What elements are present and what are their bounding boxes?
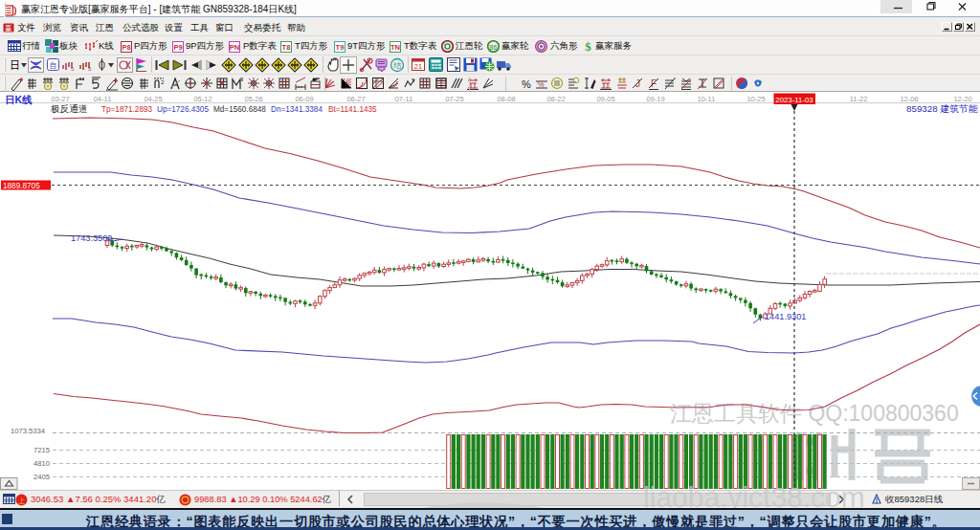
svg-text:09-05: 09-05 <box>596 95 614 103</box>
svg-text:1743.3500: 1743.3500 <box>71 233 112 243</box>
svg-text:10-25: 10-25 <box>746 95 765 103</box>
svg-text:结: 结 <box>393 61 402 70</box>
svg-text:05-26: 05-26 <box>244 95 262 103</box>
svg-text:PN: PN <box>230 43 239 52</box>
svg-text:P9: P9 <box>173 43 182 52</box>
svg-text:2405: 2405 <box>33 473 50 481</box>
svg-text:%: % <box>522 78 531 90</box>
svg-text:上: 上 <box>18 497 25 504</box>
svg-text:04-25: 04-25 <box>144 95 162 103</box>
svg-text:04-11: 04-11 <box>94 95 112 103</box>
svg-text:J: J <box>635 78 640 89</box>
svg-text:05-12: 05-12 <box>193 95 212 103</box>
svg-text:赢: 赢 <box>6 25 12 33</box>
svg-text:自: 自 <box>50 61 57 70</box>
svg-text:1441.9301: 1441.9301 <box>765 312 806 321</box>
svg-text:江恩工具软件 QQ:100800360: 江恩工具软件 QQ:100800360 <box>670 401 959 426</box>
svg-text:5: 5 <box>88 66 92 72</box>
svg-text:09-19: 09-19 <box>646 95 664 103</box>
svg-text:11-22: 11-22 <box>850 95 868 103</box>
svg-text:日K线: 日K线 <box>5 94 33 105</box>
svg-text:P8: P8 <box>122 43 130 52</box>
svg-text:12-20: 12-20 <box>953 95 971 103</box>
svg-text:4810: 4810 <box>33 459 50 468</box>
svg-text:极反通道: 极反通道 <box>50 103 88 114</box>
svg-text:T8: T8 <box>282 43 291 52</box>
svg-text:Tp=1871.2893: Tp=1871.2893 <box>101 105 152 114</box>
svg-text:2: 2 <box>161 79 165 85</box>
svg-text:12-06: 12-06 <box>900 95 918 103</box>
svg-text:5: 5 <box>71 66 75 72</box>
svg-text:08-22: 08-22 <box>546 95 565 103</box>
svg-text:Up=1726.4305: Up=1726.4305 <box>157 105 209 114</box>
svg-text:06-27: 06-27 <box>346 95 365 103</box>
svg-text:T9: T9 <box>336 43 345 52</box>
svg-text:859328 建筑节能: 859328 建筑节能 <box>906 103 978 114</box>
svg-text:10-11: 10-11 <box>698 95 716 103</box>
svg-text:07-25: 07-25 <box>445 95 463 103</box>
svg-text:03-27: 03-27 <box>51 95 69 103</box>
svg-text:1073.5334: 1073.5334 <box>11 427 45 435</box>
svg-text:TN: TN <box>390 43 400 52</box>
svg-text:$: $ <box>585 39 591 53</box>
svg-text:Dn=1341.3384: Dn=1341.3384 <box>271 105 323 114</box>
svg-text:08-08: 08-08 <box>497 95 515 103</box>
svg-text:86: 86 <box>490 44 498 51</box>
svg-text:1889.8705: 1889.8705 <box>3 182 40 190</box>
svg-text:07-11: 07-11 <box>395 95 413 103</box>
svg-text:2023-11-03: 2023-11-03 <box>775 96 813 104</box>
svg-text:06-09: 06-09 <box>295 95 313 103</box>
svg-text:7215: 7215 <box>33 446 50 454</box>
svg-text:Bt=1141.1435: Bt=1141.1435 <box>328 105 377 114</box>
svg-text:21: 21 <box>414 62 422 71</box>
svg-text:Md=1560.6848: Md=1560.6848 <box>213 105 266 114</box>
